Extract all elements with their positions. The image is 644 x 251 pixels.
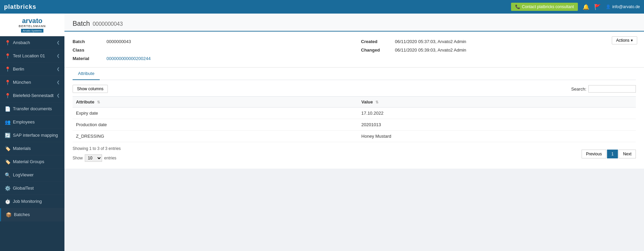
sap-icon: 🔄: [5, 133, 10, 138]
table-row: Z_DRESSINGHoney Mustard: [73, 131, 636, 142]
page-header: Batch 0000000043: [64, 14, 644, 32]
location-icon: 📍: [5, 66, 10, 72]
material-link[interactable]: 000000000000200244: [106, 56, 151, 61]
created-label: Created: [361, 39, 392, 44]
sidebar-item-berlin[interactable]: 📍 Berlin ❮: [0, 63, 64, 76]
flag-icon[interactable]: 🚩: [594, 4, 601, 10]
page-size-select[interactable]: 10 25 50 100: [85, 154, 102, 162]
location-icon: 📍: [5, 40, 10, 45]
sidebar-item-globaltest[interactable]: ⚙️ GlobalTest: [0, 182, 64, 195]
batch-fields: Batch 0000000043 Class Material 00000000…: [73, 39, 636, 61]
sidebar-item-label: Material Groups: [13, 159, 44, 164]
logo-name: arvato: [22, 17, 42, 24]
page-size-area: Show 10 25 50 100 entries: [73, 154, 121, 162]
location-icon: 📍: [5, 93, 10, 98]
batch-row-batch: Batch 0000000043: [73, 39, 348, 44]
entries-label: entries: [104, 156, 116, 160]
sidebar-item-bielefeld[interactable]: 📍 Bielefeld-Sennestadt ❮: [0, 89, 64, 102]
contact-consultant-button[interactable]: 📞 Contact platbricks consultant: [511, 3, 578, 11]
logviewer-icon: 🔍: [5, 172, 10, 178]
changed-value: 06/11/2020 05:39:03, Arvato2 Admin: [395, 47, 466, 53]
caret-down-icon: ▾: [631, 38, 633, 43]
batch-right-fields: Created 06/11/2020 05:37:03, Arvato2 Adm…: [361, 39, 636, 61]
batch-row-material: Material 000000000000200244: [73, 56, 348, 61]
notification-icon[interactable]: 🔔: [583, 4, 589, 10]
sort-icon-attribute: ⇅: [97, 100, 100, 104]
pagination-left: Showing 1 to 3 of 3 entries Show 10 25 5…: [73, 146, 121, 162]
page-1-button[interactable]: 1: [607, 150, 618, 158]
table-body: Expiry date17.10.2022Production date2020…: [73, 108, 636, 142]
topbar-right: 📞 Contact platbricks consultant 🔔 🚩 👤 in…: [511, 3, 640, 11]
table-row: Production date20201013: [73, 119, 636, 131]
created-value: 06/11/2020 05:37:03, Arvato2 Admin: [395, 39, 466, 44]
user-menu[interactable]: 👤 info@arvato.de: [606, 4, 640, 9]
chevron-icon: ❮: [57, 54, 60, 58]
sidebar-item-label: SAP interface mapping: [13, 133, 58, 138]
sidebar-item-materials[interactable]: 🏷️ Materials: [0, 142, 64, 155]
previous-button[interactable]: Previous: [582, 150, 606, 158]
column-header-attribute: Attribute ⇅: [73, 97, 358, 108]
batch-row-class: Class: [73, 47, 348, 53]
sidebar-item-label: Transfer documents: [13, 106, 52, 111]
sidebar-item-munchen[interactable]: 📍 München ❮: [0, 76, 64, 89]
table-row: Expiry date17.10.2022: [73, 108, 636, 119]
location-icon: 📍: [5, 80, 10, 85]
job-monitoring-icon: ⏱️: [5, 199, 10, 204]
sidebar-item-sap-interface-mapping[interactable]: 🔄 SAP interface mapping: [0, 129, 64, 142]
pagination-buttons: Previous 1 Next: [582, 150, 636, 158]
attributes-table: Attribute ⇅ Value ⇅ Expiry date17.10.202…: [73, 96, 636, 142]
cell-attribute: Z_DRESSING: [73, 131, 358, 142]
show-label: Show: [73, 156, 83, 160]
logo-sub1: BERTELSMANN: [19, 24, 46, 28]
globaltest-icon: ⚙️: [5, 186, 10, 191]
sidebar-item-label: München: [13, 80, 31, 85]
sort-icon-value: ⇅: [375, 100, 378, 104]
sidebar-item-logviewer[interactable]: 🔍 LogViewer: [0, 169, 64, 182]
phone-icon: 📞: [515, 4, 520, 9]
tab-bar: Attribute: [73, 67, 636, 80]
next-button[interactable]: Next: [619, 150, 636, 158]
sidebar-item-batches[interactable]: 📦 Batches: [0, 208, 64, 221]
chevron-icon: ❮: [57, 40, 60, 45]
cell-value: 20201013: [358, 119, 636, 131]
sidebar-logo: arvato BERTELSMANN Arvato Systems: [0, 14, 64, 36]
page-title: Batch: [73, 20, 90, 27]
document-icon: 📄: [5, 106, 10, 112]
sidebar-item-ansbach[interactable]: 📍 Ansbach ❮: [0, 36, 64, 50]
pagination-area: Showing 1 to 3 of 3 entries Show 10 25 5…: [73, 146, 636, 162]
sidebar-item-material-groups[interactable]: 🏷️ Material Groups: [0, 155, 64, 169]
batch-field-label: Batch: [73, 39, 103, 44]
tab-attribute[interactable]: Attribute: [73, 67, 100, 80]
sidebar-item-label: Materials: [13, 146, 31, 151]
actions-area: Actions ▾: [612, 36, 637, 44]
table-toolbar: Show columns Search:: [73, 85, 636, 93]
brand-name: platbricks: [4, 3, 36, 11]
cell-value: Honey Mustard: [358, 131, 636, 142]
material-groups-icon: 🏷️: [5, 159, 10, 165]
sidebar-item-test-location-01[interactable]: 📍 Test Location 01 ❮: [0, 50, 64, 63]
topbar: platbricks 📞 Contact platbricks consulta…: [0, 0, 644, 14]
sidebar-item-employees[interactable]: 👥 Employees: [0, 116, 64, 129]
search-input[interactable]: [588, 85, 636, 93]
sidebar-item-job-monitoring[interactable]: ⏱️ Job Monitoring: [0, 195, 64, 208]
sidebar-item-label: GlobalTest: [13, 186, 34, 191]
batch-info-section: Actions ▾ Batch 0000000043 Class: [64, 32, 644, 67]
layout: arvato BERTELSMANN Arvato Systems 📍 Ansb…: [0, 14, 644, 251]
showing-text: Showing 1 to 3 of 3 entries: [73, 146, 121, 151]
cell-attribute: Production date: [73, 119, 358, 131]
search-area: Search:: [571, 85, 636, 93]
chevron-icon: ❮: [57, 80, 60, 84]
search-label: Search:: [571, 86, 586, 92]
user-icon: 👤: [606, 4, 611, 9]
sidebar-item-label: Berlin: [13, 66, 24, 72]
main-content: Batch 0000000043 Actions ▾ Batch: [64, 14, 644, 251]
column-header-value: Value ⇅: [358, 97, 636, 108]
cell-value: 17.10.2022: [358, 108, 636, 119]
actions-button[interactable]: Actions ▾: [612, 36, 637, 44]
sidebar-item-transfer-documents[interactable]: 📄 Transfer documents: [0, 102, 64, 116]
logo-sub2: Arvato Systems: [21, 29, 43, 33]
batch-field-value: 0000000043: [106, 39, 131, 44]
sidebar-item-label: Bielefeld-Sennestadt: [13, 93, 54, 98]
show-columns-button[interactable]: Show columns: [73, 85, 108, 93]
sidebar-item-label: Employees: [13, 119, 35, 124]
